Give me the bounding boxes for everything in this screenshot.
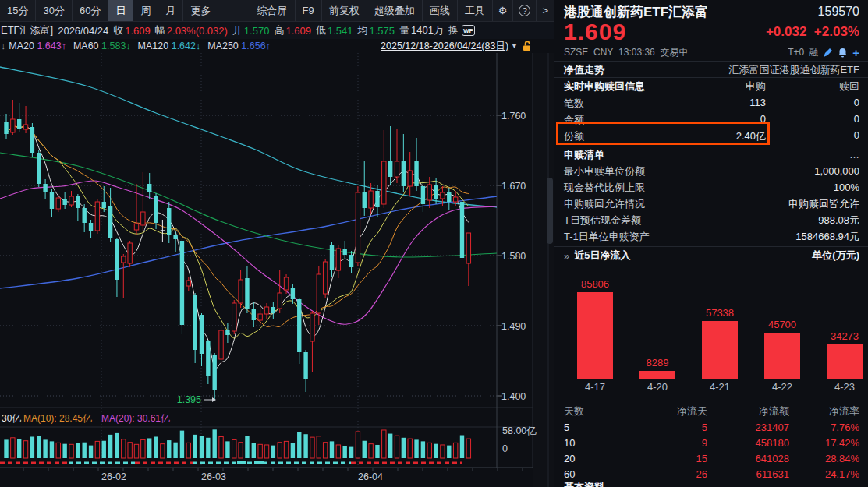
date-range-selector[interactable]: 2025/12/18-2026/04/24(83日) ▼ <box>381 40 532 53</box>
wencai-wp-icon[interactable]: WP <box>462 25 475 36</box>
quote-field: 1401万 <box>411 23 444 37</box>
bar <box>764 333 800 379</box>
period-tab-30分[interactable]: 30分 <box>36 0 72 21</box>
chevron-down-icon[interactable]: ▼ <box>511 42 518 50</box>
nav-trend-label[interactable]: 净值走势 <box>564 63 604 77</box>
svg-text:MA(20): 30.61亿: MA(20): 30.61亿 <box>101 413 170 424</box>
period-tab-更多[interactable]: 更多 <box>183 0 218 21</box>
quote-field: 1.609 <box>125 25 151 37</box>
toolbar-button-超级叠加[interactable]: 超级叠加 <box>367 0 423 21</box>
period-tab-周[interactable]: 周 <box>133 0 158 21</box>
quote-field: 1.609 <box>285 25 311 37</box>
svg-text:26-04: 26-04 <box>358 471 383 482</box>
unlock-icon[interactable] <box>522 41 532 51</box>
list-item: 申购赎回允许情况申购赎回皆允许 <box>554 196 868 212</box>
margin-badge: 融 <box>809 46 818 59</box>
price-change: +0.032 +2.03% <box>766 24 859 40</box>
edit-icon[interactable] <box>823 48 833 58</box>
bar <box>827 344 863 379</box>
svg-text:26-02: 26-02 <box>101 471 126 482</box>
candlestick-chart[interactable]: 1.7601.6701.5801.4901.4001.39530亿MA(10):… <box>0 53 554 487</box>
bar <box>577 292 613 379</box>
exchange-label: SZSE <box>564 47 588 58</box>
svg-text:1.580: 1.580 <box>501 251 526 262</box>
toolbar-spacer <box>218 0 250 21</box>
table-row: 10 9 458180 17.42% <box>554 435 868 450</box>
toolbar-button-画线[interactable]: 画线 <box>423 0 458 21</box>
table-row: 笔数 113 0 <box>554 95 868 111</box>
quote-field: 1.570 <box>244 25 270 37</box>
svg-text:1.395: 1.395 <box>177 394 201 405</box>
table-header-row: 天数 净流天 净流额 净流率 <box>554 404 868 419</box>
subscription-list-header[interactable]: 申赎清单 … <box>554 147 868 162</box>
stock-code: 159570 <box>818 5 859 19</box>
basic-info-section-header[interactable]: 基本资料 <box>564 480 604 487</box>
more-ellipsis-icon[interactable]: … <box>849 149 859 161</box>
svg-text:30亿: 30亿 <box>2 413 21 424</box>
quote-bar: ETF汇添富]2026/04/24收1.609幅2.03%(0.032)开1.5… <box>0 22 554 39</box>
quote-field: ETF汇添富] <box>1 23 53 37</box>
period-tab-日[interactable]: 日 <box>108 0 133 21</box>
quote-field: 量 <box>399 23 409 37</box>
net-inflow-bar-chart: 85806 8289 57338 45700 34273 4-17 4-20 4… <box>562 265 861 399</box>
ma-legend-item-MA250: MA250 1.656↑ <box>207 41 271 51</box>
expand-arrow-icon[interactable]: > <box>537 0 554 21</box>
bar-group: 85806 <box>577 265 613 379</box>
col-subscribe: 申购 <box>684 79 766 94</box>
quote-field: 1.541 <box>328 25 353 37</box>
toolbar-button-综合屏[interactable]: 综合屏 <box>250 0 296 21</box>
help-icon[interactable]: ? <box>513 0 537 21</box>
table-row: 金额 0 0 <box>554 111 868 128</box>
quote-field: 2.03%(0.032) <box>167 25 228 37</box>
quote-field: 1.575 <box>370 25 395 37</box>
bar <box>639 371 675 379</box>
last-price: 1.609 <box>564 19 626 45</box>
svg-text:1.670: 1.670 <box>501 181 526 192</box>
col-redeem: 赎回 <box>766 79 859 94</box>
svg-text:26-03: 26-03 <box>201 471 226 482</box>
svg-text:0: 0 <box>502 443 508 454</box>
list-item: 最小申赎单位份额1,000,000 <box>554 163 868 179</box>
toolbar-button-工具[interactable]: 工具 <box>458 0 493 21</box>
legend-fragment: ↓ <box>1 41 5 51</box>
ma-legend-item-MA120: MA120 1.642↓ <box>138 41 201 51</box>
alert-bell-icon[interactable] <box>838 48 848 58</box>
currency-label: CNY <box>593 47 613 58</box>
toolbar-button-F9[interactable]: F9 <box>296 0 322 21</box>
quote-field: 收 <box>113 23 123 37</box>
svg-text:1.400: 1.400 <box>501 391 526 402</box>
ma-legend: ↓ MA20 1.643↑MA60 1.583↓MA120 1.642↓MA25… <box>0 39 554 53</box>
list-item: 现金替代比例上限100% <box>554 179 868 196</box>
bar <box>702 321 738 379</box>
nav-trend-row[interactable]: 净值走势 汇添富国证港股通创新药ETF <box>554 62 868 77</box>
tplus-badge: T+0 <box>788 47 804 58</box>
net-flow-table: 天数 净流天 净流额 净流率 5 5 231407 7.76% 10 9 458… <box>554 404 868 482</box>
add-icon[interactable]: + <box>852 46 859 59</box>
quote-time: 13:03:36 <box>618 47 655 58</box>
flow5-title: 近5日净流入 <box>574 249 630 263</box>
realtime-header: 实时申购赎回信息 <box>564 79 684 94</box>
trading-app-window: 15分30分60分日周月更多综合屏F9前复权超级叠加画线工具⚙?> ETF汇添富… <box>0 0 868 487</box>
svg-text:1.490: 1.490 <box>501 321 526 332</box>
quote-field: 幅 <box>155 23 165 37</box>
settings-gear-icon[interactable]: ⚙ <box>493 0 514 21</box>
table-row: 5 5 231407 7.76% <box>554 419 868 435</box>
period-tab-月[interactable]: 月 <box>158 0 183 21</box>
stock-info-panel: 港股通创新药ETF汇添富 159570 1.609 +0.032 +2.03% … <box>554 0 868 487</box>
flow5-unit: 单位(万元) <box>812 249 859 263</box>
toolbar-button-前复权[interactable]: 前复权 <box>322 0 367 21</box>
collapse-chevron-icon[interactable]: » <box>564 250 569 262</box>
nav-trend-value: 汇添富国证港股通创新药ETF <box>728 63 859 77</box>
chart-toolbar: 15分30分60分日周月更多综合屏F9前复权超级叠加画线工具⚙?> <box>0 0 554 22</box>
quote-field: 开 <box>232 23 243 37</box>
table-row: 60 26 611631 24.17% <box>554 466 868 482</box>
list-item: T日预估现金差额988.08元 <box>554 212 868 228</box>
period-tab-15分[interactable]: 15分 <box>0 0 36 21</box>
svg-text:58.00亿: 58.00亿 <box>502 425 537 436</box>
date-range-label[interactable]: 2025/12/18-2026/04/24(83日) <box>381 40 508 53</box>
ma-legend-item-MA60: MA60 1.583↓ <box>73 41 131 51</box>
quote-field: 低 <box>316 23 326 37</box>
trading-status: 交易中 <box>660 46 688 59</box>
table-row-highlighted: 份额 2.40亿 0 <box>554 128 868 144</box>
period-tab-60分[interactable]: 60分 <box>73 0 108 21</box>
